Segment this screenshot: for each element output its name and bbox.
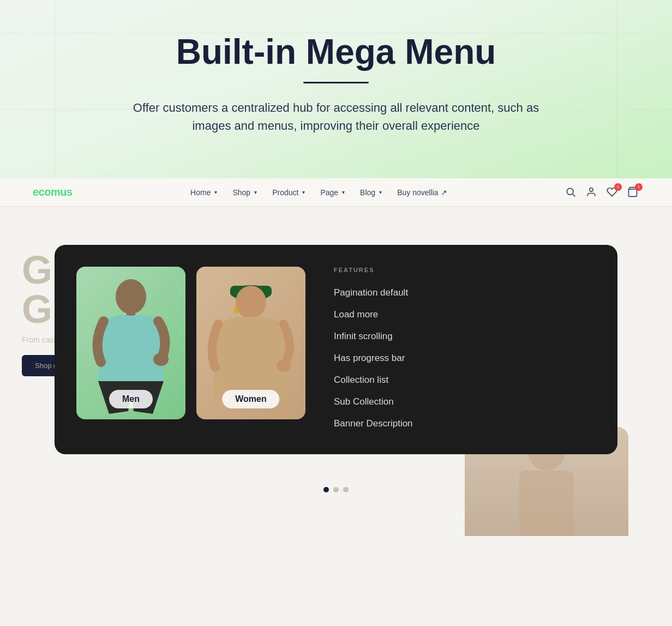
product-card-men[interactable]: Men [76, 267, 185, 419]
wishlist-badge: 1 [614, 183, 622, 191]
navbar-logo[interactable]: ecomus [33, 186, 73, 198]
cart-icon[interactable]: 1 [627, 186, 639, 198]
feature-item-pagination[interactable]: Pagination default [334, 284, 596, 302]
search-icon[interactable] [565, 186, 577, 198]
feature-item-banner-description[interactable]: Banner Description [334, 415, 596, 432]
chevron-icon: ▾ [342, 189, 345, 195]
navbar-nav: Home ▾ Shop ▾ Product ▾ Page ▾ Blog ▾ Bu… [190, 188, 447, 197]
nav-item-product[interactable]: Product ▾ [272, 188, 305, 197]
wishlist-icon[interactable]: 1 [607, 186, 619, 198]
feature-item-collection-list[interactable]: Collection list [334, 371, 596, 389]
main-content: Gla Gla From casu Shop co [0, 207, 672, 536]
hero-subtitle: Offer customers a centralized hub for ac… [123, 99, 549, 135]
nav-item-buy[interactable]: Buy novellia ↗ [397, 188, 447, 197]
svg-point-13 [277, 360, 291, 372]
navbar-icons: 1 1 [565, 186, 639, 198]
logo-text: ecomus [33, 186, 73, 198]
women-label: Women [222, 390, 279, 408]
features-list: Pagination default Load more Infinit scr… [334, 284, 596, 432]
feature-item-sub-collection[interactable]: Sub Collection [334, 393, 596, 411]
nav-item-page[interactable]: Page ▾ [320, 188, 345, 197]
chevron-icon: ▾ [254, 189, 257, 195]
chevron-icon: ▾ [302, 189, 305, 195]
chevron-icon: ▾ [214, 189, 217, 195]
svg-point-8 [153, 353, 169, 366]
hero-divider [303, 82, 369, 83]
feature-item-progress-bar[interactable]: Has progress bar [334, 350, 596, 367]
svg-point-2 [590, 188, 593, 191]
chevron-icon: ▾ [379, 189, 382, 195]
svg-line-1 [573, 194, 575, 196]
feature-item-infinite-scroll[interactable]: Infinit scrolling [334, 328, 596, 345]
features-section-label: FEATURES [334, 267, 596, 273]
nav-item-home[interactable]: Home ▾ [190, 188, 217, 197]
svg-rect-5 [519, 471, 574, 536]
feature-item-load-more[interactable]: Load more [334, 306, 596, 323]
hero-section: Built-in Mega Menu Offer customers a cen… [0, 0, 672, 178]
features-panel: FEATURES Pagination default Load more In… [323, 267, 596, 432]
grid-overlay [0, 0, 672, 178]
product-images: Men [76, 267, 305, 419]
svg-point-6 [116, 279, 146, 314]
svg-point-11 [236, 286, 266, 318]
product-card-women[interactable]: Women [196, 267, 305, 419]
navbar: ecomus Home ▾ Shop ▾ Product ▾ Page ▾ Bl… [0, 178, 672, 207]
svg-point-14 [234, 307, 238, 314]
men-label: Men [109, 390, 153, 408]
account-icon[interactable] [586, 186, 598, 198]
cart-badge: 1 [635, 183, 643, 191]
nav-item-shop[interactable]: Shop ▾ [232, 188, 257, 197]
mega-menu-card: Men [55, 245, 617, 454]
svg-point-0 [567, 188, 573, 195]
hero-title: Built-in Mega Menu [44, 33, 628, 71]
nav-item-blog[interactable]: Blog ▾ [360, 188, 382, 197]
